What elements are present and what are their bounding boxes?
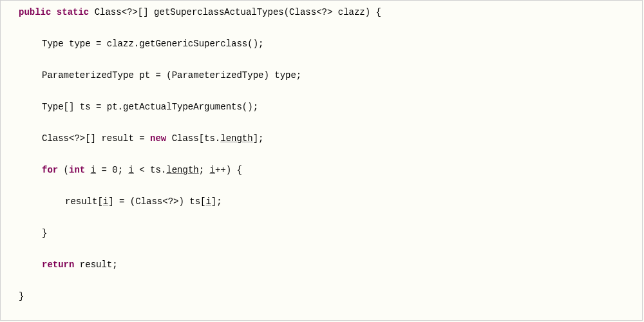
var-i: i <box>205 196 211 207</box>
keyword-new: new <box>150 133 166 144</box>
keyword-int: int <box>69 165 85 175</box>
code-line: ParameterizedType pt = (ParameterizedTyp… <box>1 68 642 84</box>
var-i: i <box>128 165 133 175</box>
method-name: getSuperclassActualTypes <box>154 7 284 17</box>
var-i: i <box>91 165 96 175</box>
code-line: for (int i = 0; i < ts.length; i++) { <box>1 162 642 178</box>
code-line: Type[] ts = pt.getActualTypeArguments(); <box>1 99 642 115</box>
params: (Class<?> clazz) { <box>284 7 381 17</box>
keyword-static: static <box>57 7 89 17</box>
code-line: Type type = clazz.getGenericSuperclass()… <box>1 36 642 52</box>
var-i: i <box>210 165 215 175</box>
field-length: length <box>166 165 198 175</box>
return-type: Class<?>[] <box>95 7 149 17</box>
code-line: result[i] = (Class<?>) ts[i]; <box>1 194 642 210</box>
blank-line <box>1 320 642 321</box>
code-line: return result; <box>1 257 642 273</box>
keyword-public: public <box>19 7 51 17</box>
field-length: length <box>220 133 252 144</box>
keyword-return: return <box>42 260 74 270</box>
code-block: public static Class<?>[] getSuperclassAc… <box>1 5 642 321</box>
code-line: Class<?>[] result = new Class[ts.length]… <box>1 131 642 147</box>
code-line: } <box>1 289 642 305</box>
keyword-for: for <box>42 165 58 175</box>
code-line: } <box>1 225 642 242</box>
var-i: i <box>103 196 108 207</box>
code-line: public static Class<?>[] getSuperclassAc… <box>1 5 642 21</box>
code-viewer: public static Class<?>[] getSuperclassAc… <box>0 0 643 321</box>
